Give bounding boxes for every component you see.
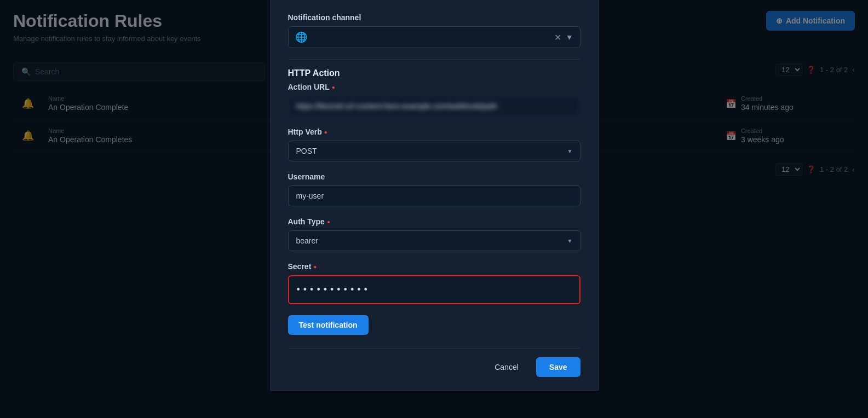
auth-type-field-group: Auth Type ● bearer basic none <box>288 217 580 251</box>
http-verb-label: Http Verb ● <box>288 127 580 136</box>
http-verb-field-group: Http Verb ● POST GET PUT PATCH DELETE <box>288 127 580 161</box>
action-url-label: Action URL ● <box>288 83 580 91</box>
action-url-field-group: Action URL ● <box>288 83 580 117</box>
username-input[interactable] <box>288 185 580 206</box>
secret-label: Secret ● <box>288 262 580 271</box>
channel-field-label: Notification channel <box>288 13 580 22</box>
http-verb-required: ● <box>324 129 327 135</box>
http-action-title: HTTP Action <box>288 68 580 78</box>
channel-select[interactable]: 🌐 ✕ ▼ <box>288 26 580 48</box>
channel-dropdown-button[interactable]: ▼ <box>566 33 573 42</box>
globe-icon: 🌐 <box>295 31 307 43</box>
username-field-group: Username <box>288 172 580 206</box>
auth-type-select[interactable]: bearer basic none <box>288 230 580 251</box>
secret-input[interactable] <box>289 276 579 303</box>
section-divider <box>288 59 580 60</box>
notification-modal: Notification channel 🌐 ✕ ▼ HTTP Action A… <box>270 0 599 391</box>
http-verb-select-wrapper: POST GET PUT PATCH DELETE <box>288 141 580 161</box>
secret-input-wrapper <box>288 275 580 304</box>
test-notification-button[interactable]: Test notification <box>288 315 369 335</box>
auth-type-select-wrapper: bearer basic none <box>288 230 580 251</box>
save-button[interactable]: Save <box>536 357 580 377</box>
auth-type-label: Auth Type ● <box>288 217 580 226</box>
modal-footer: Cancel Save <box>288 348 580 377</box>
channel-clear-button[interactable]: ✕ <box>554 32 561 43</box>
cancel-button[interactable]: Cancel <box>486 358 527 376</box>
action-url-input[interactable] <box>288 96 580 117</box>
username-label: Username <box>288 172 580 181</box>
auth-type-required: ● <box>327 219 330 225</box>
channel-field-group: Notification channel 🌐 ✕ ▼ <box>288 13 580 48</box>
secret-field-group: Secret ● <box>288 262 580 304</box>
secret-required: ● <box>313 264 317 270</box>
http-verb-select[interactable]: POST GET PUT PATCH DELETE <box>288 141 580 161</box>
action-url-required: ● <box>332 84 335 90</box>
